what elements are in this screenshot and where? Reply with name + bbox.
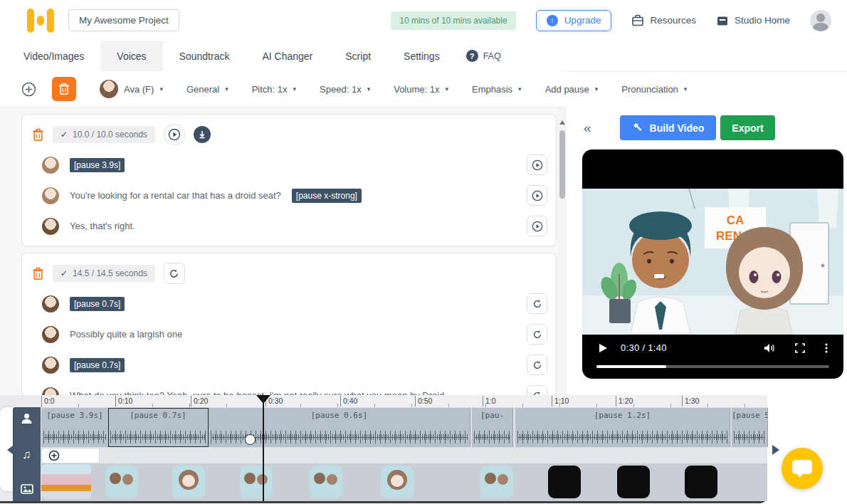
- chevron-down-icon: ▾: [293, 85, 297, 93]
- play-icon[interactable]: [598, 343, 608, 353]
- style-dropdown[interactable]: General ▾: [186, 84, 228, 95]
- ruler-tick: 1:30: [682, 396, 699, 406]
- audio-clip[interactable]: [pause 5.: [732, 408, 768, 447]
- trash-icon[interactable]: [32, 128, 44, 142]
- pause-tag[interactable]: [pause 0.7s]: [70, 358, 125, 372]
- scene-thumbnail[interactable]: [310, 466, 342, 498]
- delete-button[interactable]: [52, 77, 76, 101]
- pause-tag[interactable]: [pause 0.7s]: [70, 297, 125, 311]
- voice-line[interactable]: Possibly quite a largish one: [22, 319, 556, 350]
- scene-thumbnail[interactable]: [105, 466, 138, 498]
- user-avatar[interactable]: [810, 10, 831, 31]
- top-header: My Awesome Project 10 mins of 10 mins av…: [0, 0, 847, 41]
- line-text[interactable]: Yes, that's right.: [70, 221, 135, 231]
- studio-home-icon: [716, 14, 729, 27]
- download-audio-button[interactable]: [194, 126, 211, 143]
- tab-voices[interactable]: Voices: [100, 41, 162, 71]
- playhead-line[interactable]: [263, 397, 264, 501]
- tab-video-images[interactable]: Video/Images: [7, 41, 100, 71]
- regenerate-block-button[interactable]: [164, 263, 185, 284]
- play-line-button[interactable]: [527, 185, 547, 206]
- collapse-panel-button[interactable]: «: [584, 121, 591, 135]
- chevron-down-icon: ▾: [518, 85, 522, 93]
- video-time: 0:30 / 1:40: [621, 342, 667, 353]
- app-logo-icon[interactable]: [27, 9, 54, 33]
- tab-script[interactable]: Script: [329, 41, 387, 71]
- track-type-rail: ♫: [13, 407, 41, 501]
- video-preview[interactable]: CA REN: [582, 149, 843, 379]
- pause-tag[interactable]: [pause x-strong]: [292, 189, 362, 203]
- regenerate-line-button[interactable]: [527, 293, 547, 314]
- audio-clip-selected[interactable]: [pause 0.7s]: [108, 408, 209, 447]
- scene-thumbnail[interactable]: [41, 464, 91, 499]
- pronunciation-dropdown[interactable]: Pronunciation ▾: [621, 84, 687, 95]
- scene-thumbnail[interactable]: [685, 466, 717, 498]
- voice-line[interactable]: [pause 0.7s]: [22, 288, 556, 319]
- music-track[interactable]: [41, 448, 767, 463]
- images-track[interactable]: [41, 463, 767, 501]
- ruler-tick: 0:0: [41, 396, 55, 406]
- question-mark-icon: ?: [466, 50, 478, 62]
- scene-thumbnail[interactable]: [172, 466, 205, 498]
- scene-thumbnail[interactable]: [480, 466, 513, 498]
- play-line-button[interactable]: [527, 216, 547, 236]
- play-block-button[interactable]: [164, 124, 185, 145]
- export-button[interactable]: Export: [720, 115, 774, 140]
- vertical-scrollbar[interactable]: [558, 107, 567, 395]
- chat-support-button[interactable]: [782, 448, 823, 489]
- scene-thumbnail[interactable]: [381, 466, 414, 498]
- voice-track-icon[interactable]: [21, 413, 33, 424]
- fullscreen-icon[interactable]: [795, 343, 805, 353]
- voice-line[interactable]: Yes, that's right.: [22, 211, 556, 241]
- resources-button[interactable]: Resources: [631, 14, 696, 27]
- video-progress-bar[interactable]: [596, 365, 829, 368]
- volume-icon[interactable]: [764, 343, 775, 353]
- pause-tag[interactable]: [pause 3.9s]: [70, 158, 125, 172]
- voice-line[interactable]: [pause 0.7s]: [22, 350, 556, 380]
- add-music-button[interactable]: [41, 448, 100, 463]
- voice-block-card: ✓ 10.0 / 10.0 seconds [pause 3.9s]: [21, 114, 557, 246]
- add-pause-dropdown[interactable]: Add pause ▾: [545, 84, 599, 95]
- faq-button[interactable]: ? FAQ: [466, 41, 501, 71]
- timeline-ruler[interactable]: 0:0 0:10 0:20 0:30 0:40 0:50 1:0 1:10 1:…: [41, 395, 767, 407]
- speed-dropdown[interactable]: Speed: 1x ▾: [320, 84, 370, 95]
- audio-clip[interactable]: [pause 1.2s]: [515, 408, 730, 447]
- volume-dropdown[interactable]: Volume: 1x ▾: [394, 84, 448, 95]
- build-video-button[interactable]: Build Video: [620, 115, 717, 140]
- timeline-scroll-right-arrow[interactable]: [772, 445, 784, 455]
- ruler-tick: 1:10: [552, 396, 569, 406]
- regenerate-line-button[interactable]: [527, 324, 547, 345]
- voice-select-dropdown[interactable]: Ava (F) ▾: [100, 80, 163, 98]
- scene-thumbnail[interactable]: [240, 466, 273, 498]
- project-name-button[interactable]: My Awesome Project: [68, 9, 179, 31]
- audio-clip[interactable]: [pause 3.9s]: [41, 408, 109, 447]
- tab-soundtrack[interactable]: Soundtrack: [163, 41, 246, 71]
- regenerate-line-button[interactable]: [527, 355, 547, 375]
- audio-clip[interactable]: [pau-: [472, 408, 513, 447]
- studio-home-button[interactable]: Studio Home: [716, 14, 790, 27]
- timeline-collapse-tab[interactable]: [0, 407, 13, 491]
- scene-thumbnail[interactable]: [548, 466, 581, 498]
- scene-thumbnail[interactable]: [617, 466, 650, 498]
- clip-resize-handle[interactable]: [245, 434, 256, 445]
- music-track-icon[interactable]: ♫: [22, 448, 31, 461]
- trash-icon[interactable]: [32, 267, 44, 280]
- chevron-down-icon: ▾: [684, 85, 688, 93]
- voice-line[interactable]: You're looking for a rental car that has…: [22, 180, 556, 211]
- emphasis-dropdown[interactable]: Emphasis ▾: [472, 84, 522, 95]
- tab-settings[interactable]: Settings: [387, 41, 456, 71]
- speaker-avatar: [42, 187, 59, 204]
- upgrade-button[interactable]: ↑ Upgrade: [536, 10, 612, 31]
- add-block-button[interactable]: [21, 82, 36, 97]
- duration-pill: ✓ 10.0 / 10.0 seconds: [53, 126, 155, 143]
- images-track-icon[interactable]: [21, 484, 33, 494]
- line-text[interactable]: Possibly quite a largish one: [70, 329, 182, 340]
- tab-ai-changer[interactable]: AI Changer: [246, 41, 329, 71]
- play-line-button[interactable]: [527, 154, 547, 175]
- line-text[interactable]: You're looking for a rental car that has…: [70, 190, 281, 201]
- voice-line[interactable]: [pause 3.9s]: [22, 149, 556, 180]
- scrollbar-thumb[interactable]: [559, 130, 565, 199]
- kebab-menu-icon[interactable]: [825, 343, 828, 353]
- pitch-dropdown[interactable]: Pitch: 1x ▾: [252, 84, 296, 95]
- scroll-up-arrow-icon[interactable]: [559, 117, 565, 125]
